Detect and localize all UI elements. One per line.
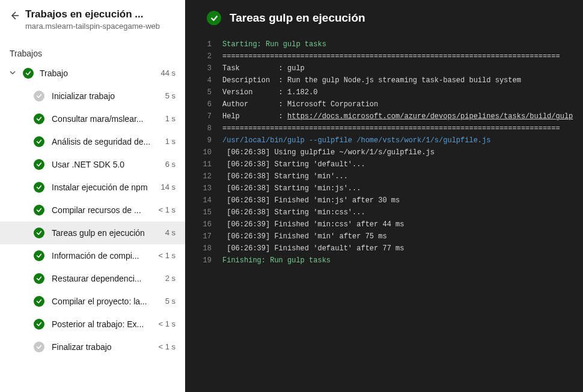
back-arrow-icon[interactable] — [10, 11, 19, 23]
line-number: 10 — [185, 146, 222, 158]
log-text: [06:26:38] Starting 'min:js'... — [222, 182, 583, 194]
step-duration: 5 s — [165, 91, 176, 100]
status-success-icon — [23, 68, 34, 79]
log-text: Author : Microsoft Corporation — [222, 98, 583, 110]
main-header: Tareas gulp en ejecución — [185, 0, 583, 34]
step-duration: < 1 s — [158, 342, 176, 351]
log-text: [06:26:39] Finished 'default' after 77 m… — [222, 243, 583, 255]
line-number: 9 — [185, 134, 222, 146]
log-line: 14 [06:26:38] Finished 'min:js' after 30… — [185, 194, 583, 207]
step-name: Tareas gulp en ejecución — [52, 228, 158, 238]
line-number: 6 — [185, 98, 222, 110]
step-name: Compilar recursos de ... — [52, 205, 151, 215]
log-line: 9/usr/local/bin/gulp --gulpfile /home/vs… — [185, 134, 583, 146]
status-success-icon — [207, 11, 221, 25]
step-duration: 6 s — [165, 160, 176, 169]
status-neutral-icon — [34, 91, 44, 101]
step-duration: 4 s — [165, 228, 176, 237]
line-number: 11 — [185, 158, 222, 170]
step-row[interactable]: Análisis de seguridad de...1 s — [0, 130, 185, 153]
status-neutral-icon — [34, 342, 44, 352]
line-number: 15 — [185, 207, 222, 219]
log-text: Help : https://docs.microsoft.com/azure/… — [222, 110, 583, 122]
log-text: /usr/local/bin/gulp --gulpfile /home/vst… — [222, 134, 583, 146]
status-success-icon — [34, 250, 44, 261]
step-duration: 5 s — [165, 297, 176, 306]
job-duration: 44 s — [160, 68, 176, 77]
log-line: 2=======================================… — [185, 50, 583, 62]
step-row[interactable]: Inicializar trabajo5 s — [0, 85, 185, 107]
log-text: ========================================… — [222, 122, 583, 134]
line-number: 16 — [185, 219, 222, 231]
page-subtitle: mara.mslearn-tailspin-spacegame-web — [25, 22, 176, 32]
log-line: 1Starting: Run gulp tasks — [185, 38, 583, 50]
log-text: Finishing: Run gulp tasks — [222, 255, 583, 267]
status-success-icon — [34, 182, 44, 193]
step-row[interactable]: Compilar recursos de ...< 1 s — [0, 199, 185, 222]
log-text: [06:26:38] Starting 'min:css'... — [222, 207, 583, 219]
step-row[interactable]: Usar .NET SDK 5.06 s — [0, 153, 185, 176]
step-row[interactable]: Información de compi...< 1 s — [0, 244, 185, 267]
sidebar-header: Trabajos en ejecución ... mara.mslearn-t… — [0, 0, 185, 38]
main-panel: Tareas gulp en ejecución 1Starting: Run … — [185, 0, 583, 392]
step-duration: < 1 s — [158, 319, 176, 328]
status-success-icon — [34, 159, 44, 170]
line-number: 5 — [185, 86, 222, 98]
log-line: 6Author : Microsoft Corporation — [185, 98, 583, 110]
line-number: 19 — [185, 255, 222, 267]
step-row[interactable]: Consultar mara/mslear...1 s — [0, 107, 185, 130]
page-title: Trabajos en ejecución ... — [25, 8, 176, 20]
log-line: 17 [06:26:39] Finished 'min' after 75 ms — [185, 231, 583, 243]
line-number: 7 — [185, 110, 222, 122]
line-number: 3 — [185, 62, 222, 74]
step-row[interactable]: Instalar ejecución de npm14 s — [0, 176, 185, 199]
step-name: Análisis de seguridad de... — [52, 137, 158, 146]
status-success-icon — [34, 296, 44, 307]
log-text: [06:26:38] Using gulpfile ~/work/1/s/gul… — [222, 146, 583, 158]
step-name: Información de compi... — [52, 251, 151, 261]
step-duration: 1 s — [165, 114, 176, 123]
status-success-icon — [34, 205, 44, 216]
step-name: Usar .NET SDK 5.0 — [52, 160, 158, 169]
chevron-down-icon[interactable] — [10, 70, 17, 77]
log-line: 13 [06:26:38] Starting 'min:js'... — [185, 182, 583, 194]
status-success-icon — [34, 319, 44, 330]
step-duration: 2 s — [165, 274, 176, 283]
log-line: 8=======================================… — [185, 122, 583, 134]
log-line: 7Help : https://docs.microsoft.com/azure… — [185, 110, 583, 122]
log-line: 11 [06:26:38] Starting 'default'... — [185, 158, 583, 170]
step-name: Compilar el proyecto: la... — [52, 297, 158, 306]
step-duration: < 1 s — [158, 205, 176, 214]
log-text: Starting: Run gulp tasks — [222, 38, 583, 50]
log-text: Description : Run the gulp Node.js strea… — [222, 74, 583, 86]
step-row[interactable]: Compilar el proyecto: la...5 s — [0, 290, 185, 313]
step-name: Posterior al trabajo: Ex... — [52, 319, 151, 329]
status-success-icon — [34, 273, 44, 284]
step-row[interactable]: Posterior al trabajo: Ex...< 1 s — [0, 313, 185, 336]
line-number: 17 — [185, 231, 222, 243]
sidebar: Trabajos en ejecución ... mara.mslearn-t… — [0, 0, 185, 392]
step-name: Inicializar trabajo — [52, 91, 158, 101]
log-text: [06:26:39] Finished 'min' after 75 ms — [222, 231, 583, 243]
line-number: 1 — [185, 38, 222, 50]
step-name: Instalar ejecución de npm — [52, 182, 153, 192]
log-text: [06:26:39] Finished 'min:css' after 44 m… — [222, 219, 583, 231]
step-row[interactable]: Finalizar trabajo< 1 s — [0, 336, 185, 358]
log-text: [06:26:38] Finished 'min:js' after 30 ms — [222, 194, 583, 207]
step-name: Restaurar dependenci... — [52, 274, 158, 283]
step-duration: 14 s — [160, 182, 176, 191]
main-title: Tareas gulp en ejecución — [230, 11, 365, 25]
log-line: 3Task : gulp — [185, 62, 583, 74]
log-text: [06:26:38] Starting 'default'... — [222, 158, 583, 170]
log-line: 5Version : 1.182.0 — [185, 86, 583, 98]
step-name: Consultar mara/mslear... — [52, 114, 158, 124]
step-duration: 1 s — [165, 137, 176, 146]
log-output[interactable]: 1Starting: Run gulp tasks2==============… — [185, 34, 583, 392]
help-link[interactable]: https://docs.microsoft.com/azure/devops/… — [287, 112, 573, 121]
step-row[interactable]: Restaurar dependenci...2 s — [0, 267, 185, 290]
job-row[interactable]: Trabajo 44 s — [0, 62, 185, 85]
status-success-icon — [34, 228, 44, 238]
step-row[interactable]: Tareas gulp en ejecución4 s — [0, 222, 185, 244]
log-text: ========================================… — [222, 50, 583, 62]
log-line: 16 [06:26:39] Finished 'min:css' after 4… — [185, 219, 583, 231]
